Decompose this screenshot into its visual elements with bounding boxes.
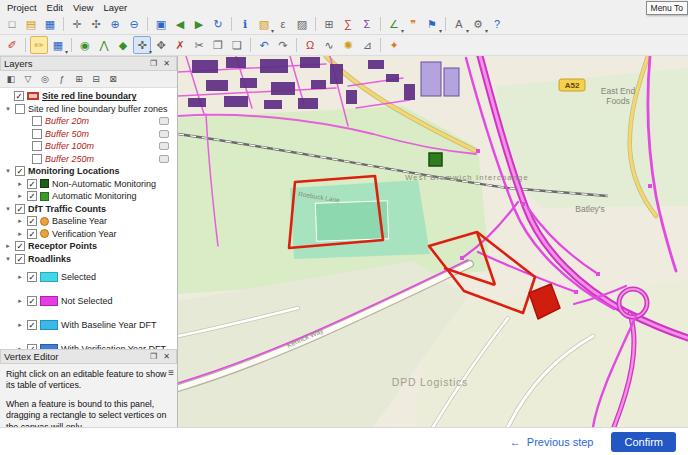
chevron-expanded-icon[interactable]: ▾ xyxy=(4,205,12,213)
redo-button[interactable]: ↷ xyxy=(274,36,292,54)
previous-step-link[interactable]: ← Previous step xyxy=(510,436,594,448)
save-layer-edits-button[interactable]: ▦ ▾ xyxy=(49,36,67,54)
layer-row-roadlinks-verification-dft[interactable]: ▸ ✓ With Verification Year DFT xyxy=(2,337,177,349)
map-themes-button[interactable]: ◎ xyxy=(38,72,52,86)
panel-float-icon[interactable]: ❐ xyxy=(147,58,160,70)
menu-project[interactable]: Project xyxy=(4,1,44,14)
layer-indicator-icon[interactable] xyxy=(159,130,169,138)
field-calculator-button[interactable]: ∑ xyxy=(339,15,357,33)
checkbox[interactable]: ✓ xyxy=(27,272,37,282)
tracing-button[interactable]: ∿ xyxy=(320,36,338,54)
remove-layer-button[interactable]: ⊠ xyxy=(106,72,120,86)
checkbox[interactable]: ✓ xyxy=(27,229,37,239)
deselect-features-button[interactable]: ▨ xyxy=(293,15,311,33)
zoom-next-button[interactable]: ▶ xyxy=(190,15,208,33)
vertex-tool-button[interactable]: ✜ ▾ xyxy=(133,36,151,54)
checkbox[interactable]: ✓ xyxy=(15,204,25,214)
map-canvas[interactable]: A52 East End Foods West Bromwich Interch… xyxy=(178,56,688,427)
layer-row-receptor-points[interactable]: ▸ ✓ Receptor Points xyxy=(2,240,177,253)
checkbox[interactable] xyxy=(32,141,42,151)
select-by-expression-button[interactable]: ε xyxy=(274,15,292,33)
panel-close-icon[interactable]: ✕ xyxy=(160,58,173,70)
chevron-collapsed-icon[interactable]: ▸ xyxy=(4,242,12,250)
chevron-expanded-icon[interactable]: ▾ xyxy=(4,105,12,113)
checkbox[interactable]: ✓ xyxy=(27,191,37,201)
layer-row-buffer-250m[interactable]: Buffer 250m xyxy=(2,153,177,166)
layer-indicator-icon[interactable] xyxy=(159,155,169,163)
chevron-collapsed-icon[interactable]: ▸ xyxy=(16,217,24,225)
filter-legend-button[interactable]: ▽ xyxy=(21,72,35,86)
layer-styling-button[interactable]: ◧ xyxy=(4,72,18,86)
options-button[interactable]: ⚙ ▾ xyxy=(469,15,487,33)
layer-indicator-icon[interactable] xyxy=(159,117,169,125)
layer-row-buffer-zones-group[interactable]: ▾ Site red line boundary buffer zones xyxy=(2,103,177,116)
checkbox[interactable]: ✓ xyxy=(27,216,37,226)
checkbox[interactable]: ✓ xyxy=(27,179,37,189)
add-line-feature-button[interactable]: ⋀ xyxy=(95,36,113,54)
chevron-collapsed-icon[interactable]: ▸ xyxy=(16,297,24,305)
checkbox[interactable] xyxy=(15,104,25,114)
layer-row-verification-year[interactable]: ▸ ✓ Verification Year xyxy=(2,228,177,241)
cut-features-button[interactable]: ✂ xyxy=(190,36,208,54)
filter-expression-button[interactable]: ƒ xyxy=(55,72,69,86)
add-polygon-feature-button[interactable]: ◆ xyxy=(114,36,132,54)
confirm-button[interactable]: Confirm xyxy=(611,432,676,452)
labeling-button[interactable]: A ▾ xyxy=(450,15,468,33)
layer-row-roadlinks[interactable]: ▾ ✓ Roadlinks xyxy=(2,253,177,266)
zoom-full-button[interactable]: ▣ xyxy=(152,15,170,33)
checkbox[interactable]: ✓ xyxy=(14,91,24,101)
help-button[interactable]: ? xyxy=(488,15,506,33)
monitoring-location-marker[interactable] xyxy=(429,153,442,166)
attribute-table-button[interactable]: ⊞ xyxy=(320,15,338,33)
undo-button[interactable]: ↶ xyxy=(255,36,273,54)
panel-float-icon[interactable]: ❐ xyxy=(147,351,160,363)
collapse-all-button[interactable]: ⊟ xyxy=(89,72,103,86)
layer-row-automatic-monitoring[interactable]: ▸ ✓ Automatic Monitoring xyxy=(2,190,177,203)
chevron-collapsed-icon[interactable]: ▸ xyxy=(16,321,24,329)
chevron-collapsed-icon[interactable]: ▸ xyxy=(16,192,24,200)
refresh-button[interactable]: ↻ xyxy=(209,15,227,33)
identify-features-button[interactable]: ℹ xyxy=(236,15,254,33)
menu-layer[interactable]: Layer xyxy=(100,1,134,14)
checkbox[interactable] xyxy=(32,129,42,139)
zoom-out-button[interactable]: ⊖ xyxy=(125,15,143,33)
layer-row-buffer-20m[interactable]: Buffer 20m xyxy=(2,115,177,128)
checkbox[interactable]: ✓ xyxy=(15,241,25,251)
chevron-collapsed-icon[interactable]: ▸ xyxy=(16,230,24,238)
layer-row-site-red-line-boundary[interactable]: ✓ Site red line boundary xyxy=(2,90,177,103)
zoom-in-button[interactable]: ⊕ xyxy=(106,15,124,33)
copy-features-button[interactable]: ❐ xyxy=(209,36,227,54)
layer-row-buffer-50m[interactable]: Buffer 50m xyxy=(2,128,177,141)
measure-button[interactable]: ∠ ▾ xyxy=(385,15,403,33)
layer-row-roadlinks-selected[interactable]: ▸ ✓ Selected xyxy=(2,265,177,289)
layer-row-baseline-year[interactable]: ▸ ✓ Baseline Year xyxy=(2,215,177,228)
statistics-button[interactable]: Σ xyxy=(358,15,376,33)
expand-all-button[interactable]: ⊞ xyxy=(72,72,86,86)
paste-features-button[interactable]: ❏ xyxy=(228,36,246,54)
layer-row-monitoring-locations[interactable]: ▾ ✓ Monitoring Locations xyxy=(2,165,177,178)
chevron-expanded-icon[interactable]: ▾ xyxy=(4,255,12,263)
layer-row-non-automatic-monitoring[interactable]: ▸ ✓ Non-Automatic Monitoring xyxy=(2,178,177,191)
delete-selected-button[interactable]: ✗ xyxy=(171,36,189,54)
menu-edit[interactable]: Edit xyxy=(44,1,70,14)
project-open-button[interactable]: ▤ xyxy=(22,15,40,33)
project-save-button[interactable]: ▦ xyxy=(41,15,59,33)
checkbox[interactable]: ✓ xyxy=(27,320,37,330)
checkbox[interactable]: ✓ xyxy=(27,296,37,306)
snapping-button[interactable]: Ω xyxy=(301,36,319,54)
pan-map-button[interactable]: ✛ xyxy=(68,15,86,33)
layer-row-roadlinks-not-selected[interactable]: ▸ ✓ Not Selected xyxy=(2,289,177,313)
layer-row-dft-traffic-counts[interactable]: ▾ ✓ DfT Traffic Counts xyxy=(2,203,177,216)
layer-indicator-icon[interactable] xyxy=(159,142,169,150)
layer-row-roadlinks-baseline-dft[interactable]: ▸ ✓ With Baseline Year DFT xyxy=(2,313,177,337)
new-bookmark-button[interactable]: ⚑ ▾ xyxy=(423,15,441,33)
panel-close-icon[interactable]: ✕ xyxy=(160,351,173,363)
panel-menu-icon[interactable]: ≡ xyxy=(168,366,174,379)
pan-to-selection-button[interactable]: ✣ xyxy=(87,15,105,33)
checkbox[interactable] xyxy=(32,116,42,126)
cad-tools-button[interactable]: ⊿ xyxy=(358,36,376,54)
checkbox[interactable]: ✓ xyxy=(15,254,25,264)
select-features-button[interactable]: ▧ ▾ xyxy=(255,15,273,33)
menu-view[interactable]: View xyxy=(70,1,100,14)
current-edits-button[interactable]: ✐ xyxy=(3,36,21,54)
